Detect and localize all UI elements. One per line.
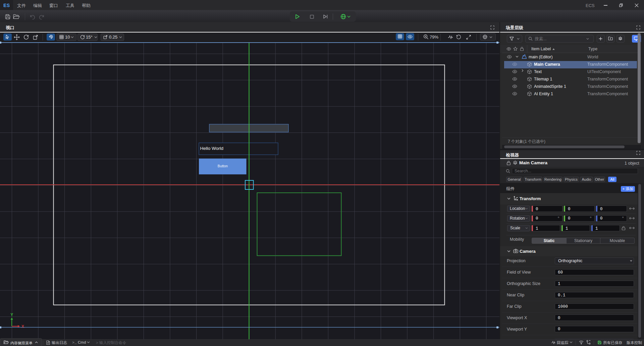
svg-text:Hello World: Hello World [200, 146, 224, 151]
svg-text:Y: Y [10, 312, 13, 317]
svg-text:X: X [21, 324, 24, 329]
svg-text:Button: Button [218, 164, 228, 168]
